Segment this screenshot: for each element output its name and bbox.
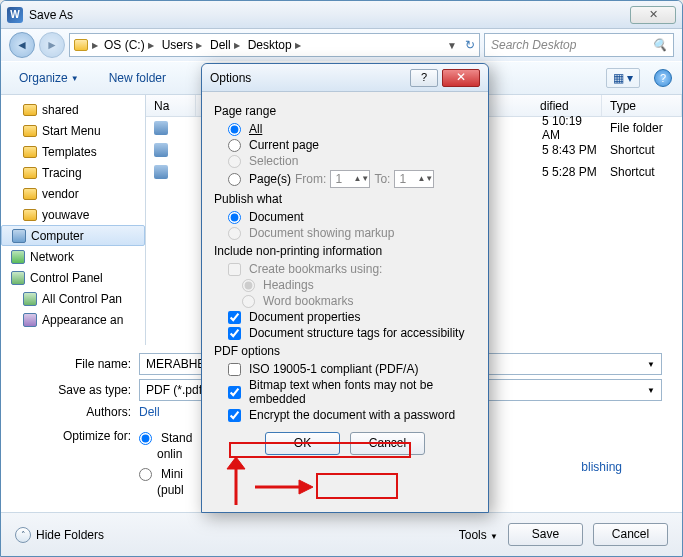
crumb-desktop[interactable]: Desktop▶: [246, 38, 303, 52]
window-title: Save As: [29, 8, 73, 22]
appearance-icon: [23, 313, 37, 327]
options-help-button[interactable]: ?: [410, 69, 438, 87]
optimize-label: Optimize for:: [41, 429, 131, 443]
file-icon: [154, 165, 168, 179]
pdf-options-label: PDF options: [214, 344, 476, 358]
doc-properties-checkbox[interactable]: Document properties: [228, 310, 476, 324]
window-close-button[interactable]: ✕: [630, 6, 676, 24]
crumb-os[interactable]: OS (C:)▶: [102, 38, 156, 52]
svg-marker-3: [299, 480, 313, 494]
publishing-label-partial: blishing: [581, 460, 622, 474]
annotation-arrow-up: [223, 457, 249, 507]
tree-item-youwave[interactable]: youwave: [1, 204, 145, 225]
nav-back-button[interactable]: ◄: [9, 32, 35, 58]
folder-icon: [23, 167, 37, 179]
col-modified[interactable]: dified: [532, 95, 602, 116]
file-row[interactable]: 5 8:43 PMShortcut: [532, 139, 682, 161]
control-panel-icon: [11, 271, 25, 285]
iso-checkbox[interactable]: ISO 19005-1 compliant (PDF/A): [228, 362, 476, 376]
page-range-selection-radio: Selection: [228, 154, 476, 168]
nav-forward-button[interactable]: ►: [39, 32, 65, 58]
cancel-button[interactable]: Cancel: [593, 523, 668, 546]
saveas-label: Save as type:: [41, 383, 131, 397]
col-type[interactable]: Type: [602, 95, 682, 116]
file-icon: [154, 121, 168, 135]
tools-button[interactable]: Tools ▼: [459, 528, 498, 542]
network-icon: [11, 250, 25, 264]
col-name[interactable]: Na: [146, 95, 196, 116]
options-titlebar: Options ? ✕: [202, 64, 488, 92]
folder-icon: [23, 188, 37, 200]
svg-marker-1: [227, 457, 245, 469]
hide-folders-button[interactable]: ˄ Hide Folders: [15, 527, 104, 543]
newfolder-button[interactable]: New folder: [101, 67, 174, 89]
chevron-up-icon: ˄: [15, 527, 31, 543]
options-close-button[interactable]: ✕: [442, 69, 480, 87]
tree-item-templates[interactable]: Templates: [1, 141, 145, 162]
save-as-window: W Save As ✕ ◄ ► ▶ OS (C:)▶ Users▶ Dell▶ …: [0, 0, 683, 557]
search-placeholder: Search Desktop: [491, 38, 576, 52]
create-bookmarks-checkbox: Create bookmarks using:: [228, 262, 476, 276]
page-range-all-radio[interactable]: All: [228, 122, 476, 136]
nav-row: ◄ ► ▶ OS (C:)▶ Users▶ Dell▶ Desktop▶ ▼ ↻…: [1, 29, 682, 61]
search-icon: 🔍: [652, 38, 667, 52]
options-dialog: Options ? ✕ Page range All Current page …: [201, 63, 489, 513]
tree-item-shared[interactable]: shared: [1, 99, 145, 120]
view-mode-button[interactable]: ▦ ▾: [606, 68, 640, 88]
options-ok-button[interactable]: OK: [265, 432, 340, 455]
optimize-standard-radio[interactable]: Stand: [139, 431, 192, 445]
page-range-label: Page range: [214, 104, 476, 118]
save-button[interactable]: Save: [508, 523, 583, 546]
annotation-arrow-right: [253, 477, 315, 497]
drive-icon: [74, 39, 88, 51]
page-range-pages-radio[interactable]: Page(s) From: 1▲▼ To: 1▲▼: [228, 170, 476, 188]
authors-value[interactable]: Dell: [139, 405, 160, 419]
options-title: Options: [210, 71, 251, 85]
crumb-users[interactable]: Users▶: [160, 38, 204, 52]
tree-item-vendor[interactable]: vendor: [1, 183, 145, 204]
pages-from-input: 1▲▼: [330, 170, 370, 188]
publish-document-radio[interactable]: Document: [228, 210, 476, 224]
pages-to-input: 1▲▼: [394, 170, 434, 188]
bookmarks-word-radio: Word bookmarks: [242, 294, 476, 308]
file-row[interactable]: 5 5:28 PMShortcut: [532, 161, 682, 183]
folder-icon: [23, 104, 37, 116]
structure-tags-checkbox[interactable]: Document structure tags for accessibilit…: [228, 326, 476, 340]
bitmap-checkbox[interactable]: Bitmap text when fonts may not be embedd…: [228, 378, 476, 406]
tree-item-allcontrol[interactable]: All Control Pan: [1, 288, 145, 309]
tree-item-tracing[interactable]: Tracing: [1, 162, 145, 183]
tree-item-appearance[interactable]: Appearance an: [1, 309, 145, 330]
computer-icon: [12, 229, 26, 243]
filename-label: File name:: [41, 357, 131, 371]
crumb-dell[interactable]: Dell▶: [208, 38, 242, 52]
folder-icon: [23, 209, 37, 221]
encrypt-checkbox[interactable]: Encrypt the document with a password: [228, 408, 476, 422]
tree-item-network[interactable]: Network: [1, 246, 145, 267]
authors-label: Authors:: [41, 405, 131, 419]
control-panel-icon: [23, 292, 37, 306]
folder-icon: [23, 125, 37, 137]
publish-markup-radio: Document showing markup: [228, 226, 476, 240]
tree-item-controlpanel[interactable]: Control Panel: [1, 267, 145, 288]
organize-button[interactable]: Organize ▼: [11, 67, 87, 89]
search-input[interactable]: Search Desktop 🔍: [484, 33, 674, 57]
bottom-bar: ˄ Hide Folders Tools ▼ Save Cancel: [1, 512, 682, 556]
tree-item-startmenu[interactable]: Start Menu: [1, 120, 145, 141]
nonprinting-label: Include non-printing information: [214, 244, 476, 258]
page-range-current-radio[interactable]: Current page: [228, 138, 476, 152]
help-icon[interactable]: ?: [654, 69, 672, 87]
publish-what-label: Publish what: [214, 192, 476, 206]
folder-tree[interactable]: shared Start Menu Templates Tracing vend…: [1, 95, 146, 345]
file-icon: [154, 143, 168, 157]
bookmarks-headings-radio: Headings: [242, 278, 476, 292]
optimize-minimum-radio[interactable]: Mini: [139, 467, 192, 481]
folder-icon: [23, 146, 37, 158]
file-row[interactable]: 5 10:19 AMFile folder: [532, 117, 682, 139]
tree-item-computer[interactable]: Computer: [1, 225, 145, 246]
titlebar: W Save As ✕: [1, 1, 682, 29]
options-cancel-button[interactable]: Cancel: [350, 432, 425, 455]
word-icon: W: [7, 7, 23, 23]
breadcrumb[interactable]: ▶ OS (C:)▶ Users▶ Dell▶ Desktop▶ ▼ ↻: [69, 33, 480, 57]
